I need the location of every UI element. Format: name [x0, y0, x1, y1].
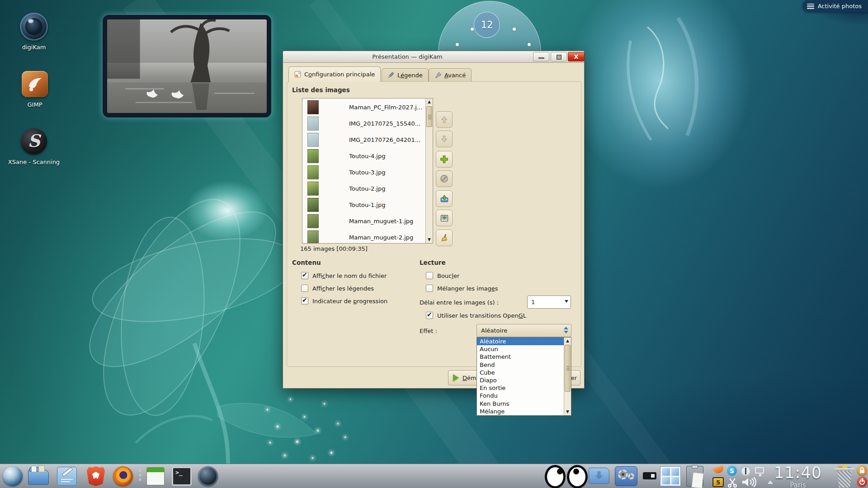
- list-item[interactable]: IMG_20170726_04201...: [302, 132, 425, 148]
- volume-tray-icon[interactable]: [741, 477, 760, 488]
- orange-slice-tray-icon[interactable]: [712, 465, 725, 475]
- file-thumbnail: [307, 198, 319, 212]
- checkbox-progress-indicator[interactable]: Indicateur de progression: [301, 297, 387, 305]
- move-up-button[interactable]: [436, 111, 453, 128]
- maximize-button[interactable]: [551, 52, 567, 61]
- tab-legende[interactable]: Légende: [382, 68, 429, 81]
- system-settings-icon[interactable]: [615, 466, 637, 486]
- firefox-browser-icon[interactable]: [113, 466, 133, 486]
- dropdown-option[interactable]: Cube: [477, 369, 571, 376]
- tab-configuration-principale[interactable]: Configuration principale: [288, 66, 381, 82]
- list-item[interactable]: Maman_muguet-2.jpg: [302, 230, 425, 244]
- sparkle: [290, 399, 291, 400]
- usb-tray-icon[interactable]: [741, 466, 751, 476]
- scrollbar-thumb[interactable]: [426, 106, 432, 127]
- dropdown-option[interactable]: Ken Burns: [477, 400, 571, 408]
- add-item-button[interactable]: [436, 151, 453, 168]
- scrollbar-thumb[interactable]: [565, 345, 571, 392]
- scissors-tray-icon[interactable]: [727, 477, 738, 488]
- image-list[interactable]: Maman_PC_Film-2027.j... IMG_20170725_155…: [302, 98, 433, 244]
- checkbox[interactable]: [301, 285, 308, 292]
- clear-list-button[interactable]: [436, 230, 453, 246]
- reminder-calendar-tray-icon[interactable]: 5: [712, 477, 724, 487]
- add-images-button[interactable]: [436, 190, 453, 207]
- eyes-widget[interactable]: [545, 465, 566, 488]
- close-button[interactable]: X: [568, 52, 585, 61]
- camera-app-icon[interactable]: [198, 466, 218, 486]
- checkbox-show-captions[interactable]: Afficher les légendes: [301, 285, 374, 292]
- taskbar-clock[interactable]: 11:40 Paris: [769, 464, 827, 488]
- list-item[interactable]: Maman_PC_Film-2027.j...: [302, 99, 425, 116]
- list-scrollbar[interactable]: ▲ ▼: [425, 99, 433, 243]
- trash-icon[interactable]: [832, 466, 857, 488]
- taskbar: 5 11:40 Paris: [0, 464, 868, 488]
- lock-screen-button[interactable]: [857, 465, 867, 475]
- list-item[interactable]: Toutou-2.jpg: [302, 181, 425, 197]
- delay-value[interactable]: 1: [531, 296, 535, 308]
- photo-frame-widget[interactable]: [103, 15, 271, 117]
- minimize-button[interactable]: [533, 52, 549, 61]
- effect-dropdown-list[interactable]: Aléatoire Aucun Battement Bend Cube Diap…: [476, 337, 571, 416]
- delay-spinbox[interactable]: 1: [527, 296, 571, 309]
- checkbox-opengl-transitions[interactable]: Utiliser les transitions OpenGL: [426, 312, 526, 319]
- downloads-folder-icon[interactable]: [589, 468, 609, 484]
- checkbox[interactable]: [426, 285, 433, 292]
- activity-badge[interactable]: Activité photos: [802, 0, 868, 12]
- list-item[interactable]: IMG_20170725_15540...: [302, 116, 425, 132]
- checkbox[interactable]: [301, 272, 308, 279]
- desktop-icon-gimp[interactable]: GIMP: [5, 70, 64, 108]
- desktop-icon-xsane[interactable]: S XSane - Scanning: [5, 127, 63, 165]
- eyes-widget[interactable]: [567, 465, 588, 488]
- checkbox[interactable]: [426, 312, 433, 319]
- calendar-app-icon[interactable]: [146, 467, 165, 485]
- load-list-button[interactable]: [436, 210, 453, 226]
- spin-down-icon[interactable]: [565, 300, 568, 303]
- list-item[interactable]: Toutou-4.jpg: [302, 148, 425, 164]
- brave-browser-icon[interactable]: [87, 466, 105, 486]
- playback-section-title: Lecture: [420, 259, 446, 266]
- list-item[interactable]: Toutou-1.jpg: [302, 197, 425, 213]
- dialog-titlebar[interactable]: Présentation — digiKam X: [283, 51, 584, 63]
- dropdown-option[interactable]: Mélange: [477, 408, 571, 415]
- dropdown-option[interactable]: Battement: [477, 353, 571, 361]
- shutdown-button[interactable]: [857, 477, 867, 487]
- move-down-button[interactable]: [436, 131, 453, 147]
- skype-tray-icon[interactable]: [727, 466, 737, 476]
- app-launcher-button[interactable]: [3, 466, 23, 486]
- list-item[interactable]: Toutou-3.jpg: [302, 164, 425, 181]
- scroll-up-icon[interactable]: ▲: [564, 338, 571, 344]
- list-item[interactable]: Maman_muguet-1.jpg: [302, 213, 425, 230]
- dropdown-option[interactable]: Aucun: [477, 345, 571, 353]
- effect-combobox[interactable]: Aléatoire: [476, 324, 571, 337]
- sparkle: [304, 416, 305, 418]
- usb-plug-icon[interactable]: [643, 472, 656, 479]
- dropdown-option[interactable]: Bend: [477, 361, 571, 369]
- dropdown-scrollbar[interactable]: ▲ ▼: [564, 338, 571, 415]
- checkbox-shuffle[interactable]: Mélanger les images: [426, 285, 498, 292]
- scroll-down-icon[interactable]: ▼: [564, 408, 571, 415]
- file-thumbnail: [307, 214, 319, 228]
- dropdown-option[interactable]: Diapo: [477, 376, 571, 384]
- checkbox[interactable]: [301, 297, 308, 305]
- checkbox[interactable]: [426, 272, 433, 279]
- terminal-icon[interactable]: [172, 467, 192, 486]
- scroll-down-icon[interactable]: ▼: [426, 236, 433, 243]
- dropdown-option[interactable]: Aléatoire: [477, 338, 571, 345]
- swans-photo: [107, 19, 267, 113]
- clipboard-icon[interactable]: [686, 466, 703, 487]
- checkbox-show-filename[interactable]: Afficher le nom du fichier: [301, 272, 387, 279]
- sparkle: [324, 403, 325, 404]
- window-grid-icon[interactable]: [660, 466, 681, 486]
- checkbox-loop[interactable]: Boucler: [426, 272, 459, 279]
- scroll-up-icon[interactable]: ▲: [426, 99, 433, 105]
- file-manager-icon[interactable]: [28, 469, 49, 485]
- desktop-icon-digikam[interactable]: digiKam: [5, 13, 63, 51]
- tab-avance[interactable]: Avancé: [429, 68, 472, 81]
- network-tray-icon[interactable]: [755, 467, 764, 474]
- dropdown-option[interactable]: Fondu: [477, 392, 571, 399]
- text-editor-icon[interactable]: [57, 467, 77, 486]
- combobox-arrows-icon[interactable]: [564, 327, 568, 333]
- remove-item-button[interactable]: [436, 170, 453, 187]
- clock-timezone: Paris: [769, 481, 827, 488]
- dropdown-option[interactable]: En sortie: [477, 384, 571, 392]
